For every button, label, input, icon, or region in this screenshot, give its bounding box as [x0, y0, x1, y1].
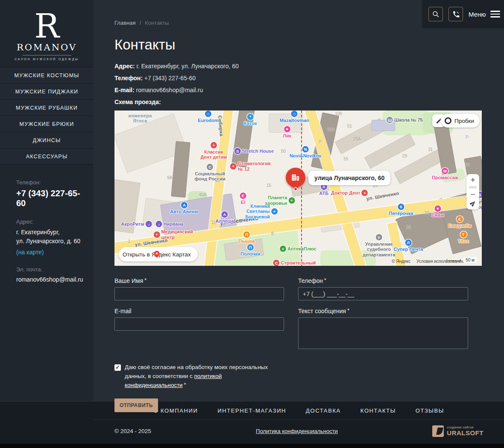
- email-value: romanov66shop@mail.ru: [136, 87, 203, 93]
- map-poi-icon: *: [247, 113, 254, 120]
- map-building-number: 51: [347, 124, 352, 128]
- footer-copyright: © 2024 - 2025: [114, 428, 151, 434]
- map-poi-icon: ♥: [434, 205, 441, 212]
- sidebar-address-line2: ул. Луначарского, д. 60: [16, 237, 88, 246]
- search-button[interactable]: [428, 7, 443, 21]
- map-poi: ⌂ Mazaltovman: [280, 111, 309, 123]
- consent-checkbox[interactable]: [114, 364, 121, 371]
- map-poi-icon: У: [376, 234, 382, 240]
- sidebar-map-link[interactable]: (на карте): [16, 249, 88, 256]
- callback-button[interactable]: [448, 7, 463, 21]
- map-building-number: 55: [343, 156, 348, 161]
- map-marker-pin[interactable]: [286, 168, 305, 187]
- map-caption: Схема проезда:: [114, 99, 482, 105]
- sidebar: R ROMANOV САЛОН МУЖСКОЙ ОДЕЖДЫ МУЖСКИЕ К…: [0, 0, 94, 401]
- map-marker-dot: [294, 188, 297, 190]
- traffic-button[interactable]: Пробки: [441, 114, 480, 128]
- phone-input[interactable]: [298, 287, 468, 300]
- yandex-copyright: © Яндекс: [392, 259, 410, 264]
- map-building-number: 18: [406, 225, 410, 230]
- map-building-number: 33: [465, 163, 469, 167]
- contact-form: Ваше Имя* E-mail Телефон* Текст сообщени…: [114, 277, 482, 351]
- map-poi-label: АТБ: [319, 191, 328, 196]
- address-value: г. Екатеринбург, ул. Луначарского, 60: [137, 63, 239, 70]
- map-poi-label: Полочки: [240, 251, 260, 257]
- map-poi-label: Novi&Novikov: [290, 153, 322, 159]
- map-poi-icon: S: [234, 148, 241, 154]
- zoom-in-button[interactable]: +: [466, 174, 479, 186]
- map-poi-label: Строительный: [281, 260, 316, 265]
- map-building: [364, 134, 416, 169]
- map-poi-icon: П: [243, 232, 250, 238]
- map-poi: ♥ Лик: [283, 126, 291, 139]
- sidebar-phone-label: Телефон:: [16, 179, 88, 186]
- sidebar-menu-item[interactable]: МУЖСКИЕ РУБАШКИ: [0, 100, 94, 116]
- sidebar-menu-item[interactable]: МУЖСКИЕ БРЮКИ: [0, 116, 94, 132]
- sidebar-menu-item[interactable]: МУЖСКИЕ ПИДЖАКИ: [0, 84, 94, 100]
- name-input[interactable]: [114, 287, 284, 300]
- map-poi: 5 Пятёрочка: [389, 204, 413, 216]
- map-building-number: 53А: [327, 127, 335, 131]
- sidebar-phone[interactable]: +7 (343) 227-65-60: [16, 189, 88, 208]
- email-label: E-mail:: [114, 87, 135, 93]
- map-poi: С Социальный фонд России: [194, 163, 225, 181]
- geolocation-button[interactable]: [466, 197, 479, 209]
- map-poi-label: Лик: [283, 133, 291, 139]
- breadcrumb-current: Контакты: [145, 20, 169, 26]
- sidebar-menu-item[interactable]: АКСЕССУАРЫ: [0, 148, 94, 165]
- map-poi: + Доктор Дент: [331, 189, 368, 196]
- map-poi-label: Классик Дент детям: [200, 149, 227, 160]
- map-building-number: 8: [271, 231, 274, 236]
- logo-divider: [23, 55, 71, 55]
- map-poi-label: Каток: [244, 121, 257, 126]
- map-poi: + Классик Дент детям: [200, 142, 227, 160]
- brand-name: ROMANOV: [0, 42, 94, 52]
- uralsoft-logo[interactable]: создание сайтов URALSOFT: [432, 425, 483, 437]
- footer-privacy-link[interactable]: Политика конфиденциальности: [256, 428, 338, 434]
- yandex-map[interactable]: Сибиркаинженера Ятесаул. Шевченкоул. Шев…: [114, 111, 482, 266]
- menu-toggle[interactable]: Меню: [469, 11, 500, 18]
- scale-line: [447, 259, 460, 261]
- map-poi: А Авто Авеню: [170, 202, 198, 215]
- sidebar-email-label: Эл. почта:: [16, 266, 88, 273]
- map-building-number: 106: [335, 111, 342, 116]
- phone-field-label: Телефон*: [298, 277, 468, 284]
- map-poi-label: Супер Лента: [394, 247, 423, 252]
- map-poi: + Клиника Светланы Богачевой: [245, 204, 278, 220]
- brand-logo[interactable]: R ROMANOV САЛОН МУЖСКОЙ ОДЕЖДЫ: [0, 0, 94, 61]
- map-poi-icon: +: [211, 142, 217, 148]
- map-poi-label: Авто Авеню: [170, 209, 198, 215]
- map-poi-label: Евидоеби: [448, 223, 471, 229]
- sidebar-email[interactable]: romanov66shop@mail.ru: [16, 276, 83, 283]
- sidebar-menu-item[interactable]: ДЖИНСЫ: [0, 132, 94, 148]
- navigation-arrow-icon: [470, 200, 476, 207]
- map-poi-label: Клиника Светланы Богачевой: [245, 204, 270, 220]
- map-poi-icon: +: [271, 208, 278, 215]
- phone-label: Телефон:: [114, 75, 143, 81]
- sidebar-contacts: Телефон: +7 (343) 227-65-60 Адрес: г. Ек…: [0, 165, 94, 283]
- search-icon: [432, 10, 440, 18]
- main-area: Меню Главная/Контакты Контакты Адрес: г.…: [94, 0, 504, 401]
- email-input[interactable]: [114, 317, 284, 331]
- hamburger-icon: [490, 11, 500, 17]
- map-poi: + АптекаПлюс: [280, 245, 316, 252]
- map-poi: П Полочки: [240, 244, 260, 257]
- map-poi-label: Аллеша: [215, 218, 234, 224]
- required-mark: *: [347, 308, 349, 314]
- map-poi-icon: Ш: [387, 116, 393, 123]
- open-in-yandex-button[interactable]: Открыть в Яндекс Картах: [119, 247, 198, 262]
- submit-button[interactable]: ОТПРАВИТЬ: [114, 399, 158, 412]
- scale-label: 50 м: [463, 257, 478, 263]
- map-poi-label: Stretch House: [242, 148, 274, 154]
- traffic-label: Пробки: [454, 118, 474, 124]
- phone-value: +7 (343) 227-65-60: [144, 75, 196, 81]
- required-mark: *: [144, 277, 147, 283]
- map-poi-label: Titos: [458, 239, 469, 244]
- yandex-pin-icon: [152, 250, 161, 259]
- breadcrumb-home[interactable]: Главная: [114, 20, 135, 26]
- map-poi-icon: Е: [457, 216, 463, 222]
- map-poi: У Управление судебного департамента: [363, 234, 395, 257]
- sidebar-menu-item[interactable]: МУЖСКИЕ КОСТЮМЫ: [0, 67, 94, 84]
- message-textarea[interactable]: [298, 317, 468, 349]
- map-poi: + Медицинский центр: [153, 230, 193, 240]
